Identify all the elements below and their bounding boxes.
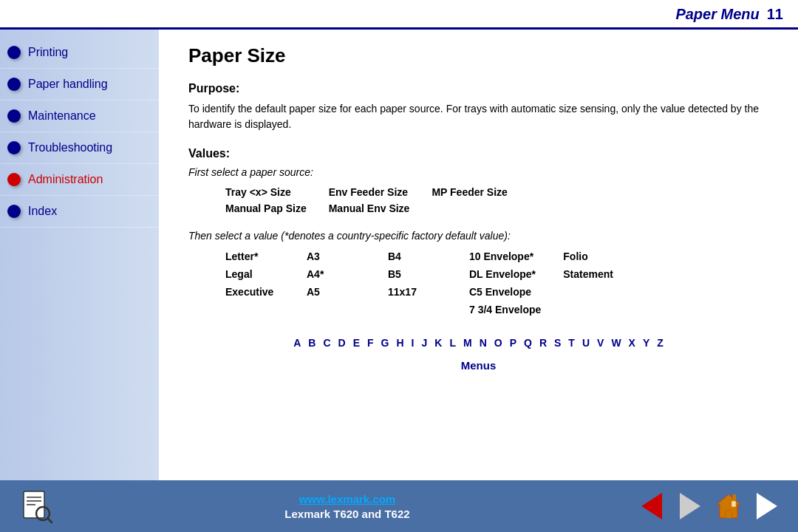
source-cell: Manual Pap Size xyxy=(225,200,329,216)
value-cell xyxy=(563,283,644,301)
footer-url[interactable]: www.lexmark.com xyxy=(299,493,395,505)
sidebar-item-printing[interactable]: Printing xyxy=(0,37,159,69)
header-page-number: 11 xyxy=(767,6,783,23)
value-cell: C5 Envelope xyxy=(469,283,563,301)
alpha-link-r[interactable]: R xyxy=(536,335,550,350)
search-button[interactable] xyxy=(15,488,59,525)
alpha-link-u[interactable]: U xyxy=(579,335,593,350)
svg-rect-9 xyxy=(733,494,736,500)
value-cell: A4* xyxy=(307,265,388,283)
value-cell: DL Envelope* xyxy=(469,265,563,283)
sidebar-dot-index xyxy=(7,205,21,218)
alpha-link-e[interactable]: E xyxy=(350,335,363,350)
value-cell xyxy=(225,301,307,318)
alpha-link-w[interactable]: W xyxy=(608,335,624,350)
sidebar-dot-printing xyxy=(7,46,21,59)
alpha-link-j[interactable]: J xyxy=(418,335,430,350)
alpha-link-m[interactable]: M xyxy=(460,335,475,350)
alpha-link-d[interactable]: D xyxy=(335,335,349,350)
alpha-link-p[interactable]: P xyxy=(507,335,519,350)
footer-navigation xyxy=(635,490,783,522)
alpha-link-b[interactable]: B xyxy=(305,335,318,350)
nav-prev-button[interactable] xyxy=(674,490,706,522)
home-icon xyxy=(712,490,745,522)
footer-center: www.lexmark.com Lexmark T620 and T622 xyxy=(59,493,635,520)
alpha-link-k[interactable]: K xyxy=(432,335,445,350)
values-section: Values: First select a paper source: Tra… xyxy=(188,147,768,318)
alpha-link-n[interactable]: N xyxy=(477,335,490,350)
source-cell: Tray <x> Size xyxy=(225,184,329,200)
alpha-link-s[interactable]: S xyxy=(551,335,564,350)
value-cell xyxy=(307,301,388,318)
value-cell: 11x17 xyxy=(388,283,469,301)
menus-link[interactable]: Menus xyxy=(458,358,499,373)
alpha-link-l[interactable]: L xyxy=(446,335,459,350)
nav-next-button[interactable] xyxy=(751,490,783,522)
value-cell: Statement xyxy=(563,265,644,283)
header-bar: Paper Menu 11 xyxy=(0,0,798,30)
sidebar-item-administration[interactable]: Administration xyxy=(0,164,159,196)
sidebar-item-index[interactable]: Index xyxy=(0,196,159,228)
sidebar-label-index: Index xyxy=(28,205,57,218)
sidebar: Printing Paper handling Maintenance Trou… xyxy=(0,30,159,480)
content-area: Paper Size Purpose: To identify the defa… xyxy=(159,30,798,480)
sidebar-label-administration: Administration xyxy=(28,173,103,186)
nav-home-button[interactable] xyxy=(712,490,745,522)
sidebar-dot-paper-handling xyxy=(7,78,21,91)
source-cell: MP Feeder Size xyxy=(432,184,529,200)
svg-rect-8 xyxy=(732,501,736,507)
sidebar-dot-troubleshooting xyxy=(7,141,21,154)
value-cell: Executive xyxy=(225,283,307,301)
value-cell xyxy=(388,301,469,318)
alpha-link-h[interactable]: H xyxy=(393,335,406,350)
source-cell: Env Feeder Size xyxy=(329,184,432,200)
sidebar-item-troubleshooting[interactable]: Troubleshooting xyxy=(0,132,159,164)
alpha-link-y[interactable]: Y xyxy=(640,335,652,350)
purpose-text: To identify the default paper size for e… xyxy=(188,101,768,132)
alpha-link-g[interactable]: G xyxy=(378,335,392,350)
alpha-link-o[interactable]: O xyxy=(491,335,505,350)
source-cell xyxy=(432,200,529,216)
values-label: Then select a value (*denotes a country-… xyxy=(188,230,768,242)
alpha-link-i[interactable]: I xyxy=(409,335,417,350)
alpha-link-v[interactable]: V xyxy=(594,335,607,350)
value-cell: Letter* xyxy=(225,248,307,265)
header-title: Paper Menu xyxy=(675,6,759,23)
values-table: Letter* A3 B4 10 Envelope* Folio Legal A… xyxy=(225,248,768,318)
alpha-link-a[interactable]: A xyxy=(290,335,304,350)
prev-arrow-icon xyxy=(680,493,700,519)
value-cell: Legal xyxy=(225,265,307,283)
sources-label: First select a paper source: xyxy=(188,166,768,178)
main-layout: Printing Paper handling Maintenance Trou… xyxy=(0,30,798,480)
alphabet-nav: A B C D E F G H I J K L M N O P Q R S T … xyxy=(188,332,768,354)
sidebar-item-paper-handling[interactable]: Paper handling xyxy=(0,69,159,100)
nav-back-button[interactable] xyxy=(635,490,668,522)
sidebar-dot-administration xyxy=(7,173,21,186)
purpose-heading: Purpose: xyxy=(188,82,768,95)
source-cell: Manual Env Size xyxy=(329,200,432,216)
sidebar-dot-maintenance xyxy=(7,109,21,123)
source-table: Tray <x> Size Env Feeder Size MP Feeder … xyxy=(225,184,768,216)
value-cell: 7 3/4 Envelope xyxy=(469,301,563,318)
value-cell: 10 Envelope* xyxy=(469,248,563,265)
value-cell: A5 xyxy=(307,283,388,301)
value-cell xyxy=(563,301,644,318)
search-icon xyxy=(19,488,55,524)
alpha-link-f[interactable]: F xyxy=(364,335,377,350)
next-arrow-icon xyxy=(757,493,777,519)
alpha-link-q[interactable]: Q xyxy=(521,335,535,350)
back-arrow-icon xyxy=(641,493,662,519)
alpha-link-t[interactable]: T xyxy=(565,335,578,350)
alpha-link-x[interactable]: X xyxy=(626,335,638,350)
alpha-link-c[interactable]: C xyxy=(320,335,333,350)
footer: www.lexmark.com Lexmark T620 and T622 xyxy=(0,480,798,532)
alpha-link-z[interactable]: Z xyxy=(654,335,666,350)
value-cell: A3 xyxy=(307,248,388,265)
value-cell: B4 xyxy=(388,248,469,265)
menus-link-container: Menus xyxy=(188,358,768,373)
sidebar-label-paper-handling: Paper handling xyxy=(28,78,108,91)
values-heading: Values: xyxy=(188,147,768,160)
sidebar-label-troubleshooting: Troubleshooting xyxy=(28,141,112,154)
sidebar-item-maintenance[interactable]: Maintenance xyxy=(0,100,159,132)
page-title: Paper Size xyxy=(188,44,768,67)
